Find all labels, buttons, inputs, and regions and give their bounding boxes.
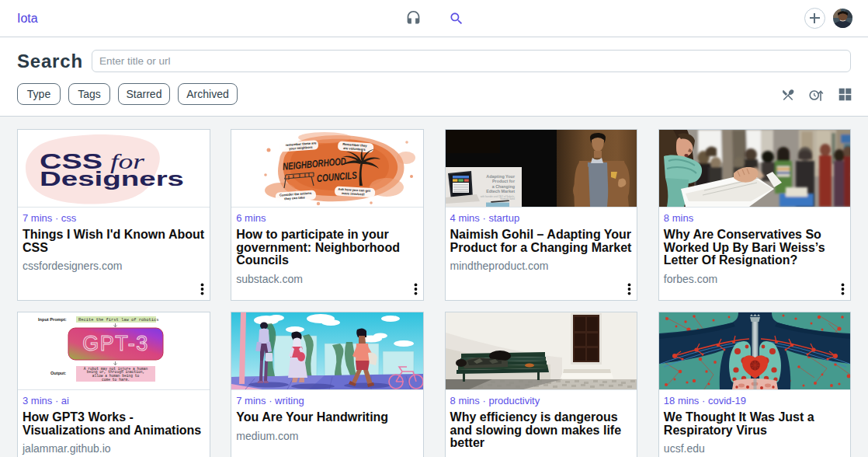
svg-text:Edtech Market: Edtech Market: [486, 189, 515, 194]
svg-text:GPT-3: GPT-3: [82, 332, 149, 355]
svg-text:Adapting Your: Adapting Your: [486, 174, 516, 179]
svg-text:come to harm.: come to harm.: [102, 378, 130, 382]
svg-text:a Changing: a Changing: [491, 184, 514, 189]
svg-text:Output:: Output:: [50, 371, 66, 375]
svg-text:Designers: Designers: [40, 168, 184, 190]
svg-text:Input Prompt:: Input Prompt:: [38, 317, 67, 322]
svg-text:Product for: Product for: [492, 179, 516, 183]
svg-text:Recite the first law of roboti: Recite the first law of robotics: [78, 318, 159, 323]
